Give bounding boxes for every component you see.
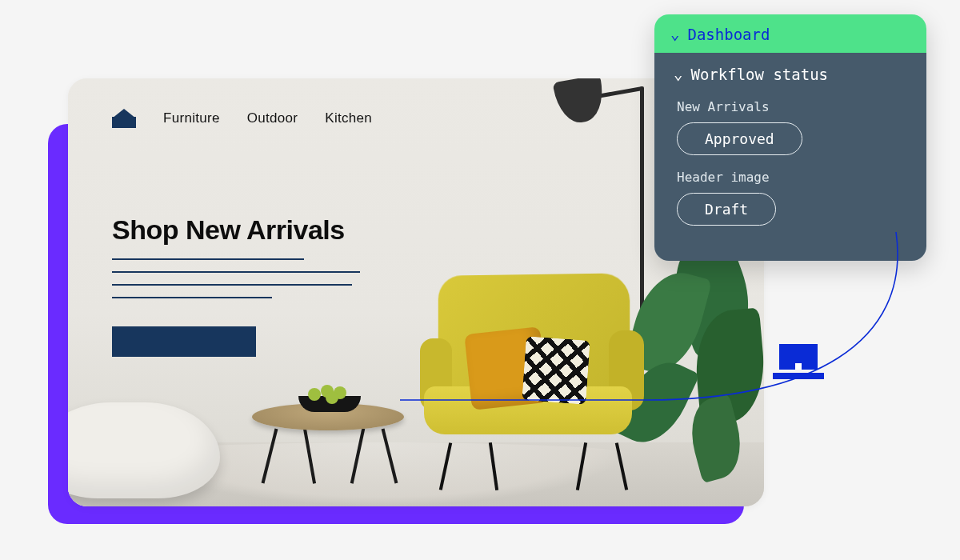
workflow-status-label: Workflow status	[690, 66, 828, 83]
workflow-status-header[interactable]: ⌄ Workflow status	[674, 66, 907, 83]
armchair-decor	[420, 266, 644, 474]
nav-link-kitchen[interactable]: Kitchen	[325, 110, 372, 126]
site-nav: Furniture Outdoor Kitchen	[112, 109, 372, 128]
chevron-down-icon: ⌄	[670, 25, 679, 42]
status-label: Header image	[677, 170, 907, 185]
status-group-new-arrivals: New Arrivals Approved	[674, 99, 907, 155]
laptop-icon	[773, 344, 824, 379]
cta-button[interactable]	[112, 326, 256, 357]
status-label: New Arrivals	[677, 99, 907, 114]
headline-text-placeholder	[112, 258, 360, 310]
home-logo-icon[interactable]	[112, 109, 136, 128]
dashboard-panel: ⌄ Dashboard ⌄ Workflow status New Arriva…	[654, 14, 926, 261]
status-pill-draft[interactable]: Draft	[677, 193, 776, 226]
page-headline: Shop New Arrivals	[112, 214, 345, 246]
nav-link-outdoor[interactable]: Outdoor	[247, 110, 298, 126]
status-pill-approved[interactable]: Approved	[677, 122, 802, 155]
status-group-header-image: Header image Draft	[674, 170, 907, 226]
dashboard-header[interactable]: ⌄ Dashboard	[654, 14, 926, 53]
chevron-down-icon: ⌄	[674, 65, 682, 82]
nav-link-furniture[interactable]: Furniture	[163, 110, 220, 126]
dashboard-title: Dashboard	[687, 26, 770, 43]
